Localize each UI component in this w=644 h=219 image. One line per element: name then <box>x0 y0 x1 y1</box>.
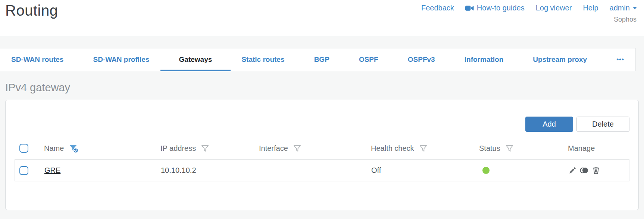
feedback-link[interactable]: Feedback <box>421 4 454 12</box>
status-dot <box>482 167 490 174</box>
top-nav: Feedback How-to guides Log viewer Help a… <box>421 4 637 12</box>
tab-bgp[interactable]: BGP <box>313 48 331 71</box>
tab-bar: SD-WAN routes SD-WAN profiles Gateways S… <box>0 48 636 71</box>
tab-overflow-menu[interactable]: ••• <box>615 48 626 71</box>
tab-ospf[interactable]: OSPF <box>357 48 380 71</box>
feedback-link-label: Feedback <box>421 4 454 12</box>
delete-icon[interactable] <box>592 166 600 175</box>
section-title: IPv4 gateway <box>5 82 639 94</box>
toolbar: Add Delete <box>15 100 629 132</box>
table-row: GRE 10.10.10.2 Off <box>15 160 629 181</box>
tab-static-routes[interactable]: Static routes <box>240 48 286 71</box>
help-label: Help <box>583 4 598 12</box>
filter-icon-status[interactable] <box>505 144 514 153</box>
help-link[interactable]: Help <box>583 4 598 12</box>
ipv4-gateway-panel: Add Delete Name IP address <box>5 100 639 210</box>
brand-label: Sophos <box>614 16 637 23</box>
column-header-status: Status <box>479 144 500 153</box>
content-area: IPv4 gateway Add Delete Name <box>0 82 644 210</box>
page-header: Routing Feedback How-to guides Log viewe… <box>0 0 644 36</box>
column-header-interface: Interface <box>259 144 288 153</box>
user-menu[interactable]: admin <box>610 4 637 12</box>
table-header-row: Name IP address Interface <box>15 137 629 159</box>
delete-button[interactable]: Delete <box>576 117 629 132</box>
howto-guides-label: How-to guides <box>477 4 525 12</box>
video-camera-icon <box>465 5 474 11</box>
chevron-down-icon <box>632 6 637 10</box>
column-header-ip-address: IP address <box>160 144 196 153</box>
tab-sd-wan-routes[interactable]: SD-WAN routes <box>10 48 65 71</box>
column-header-health-check: Health check <box>371 144 414 153</box>
filter-icon-interface[interactable] <box>293 144 301 153</box>
howto-guides-link[interactable]: How-to guides <box>465 4 525 12</box>
tab-sd-wan-profiles[interactable]: SD-WAN profiles <box>92 48 151 71</box>
table-body: GRE 10.10.10.2 Off <box>15 159 629 181</box>
tab-information[interactable]: Information <box>463 48 505 71</box>
tab-upstream-proxy[interactable]: Upstream proxy <box>531 48 588 71</box>
health-check-cell: Off <box>371 166 381 175</box>
tab-gateways[interactable]: Gateways <box>178 48 214 71</box>
filter-icon-name-active[interactable] <box>69 143 78 153</box>
filter-icon-ip-address[interactable] <box>201 144 209 153</box>
add-button[interactable]: Add <box>525 117 573 132</box>
log-viewer-label: Log viewer <box>536 4 572 12</box>
column-header-name: Name <box>44 144 64 153</box>
user-menu-label: admin <box>610 4 630 12</box>
ip-address-cell: 10.10.10.2 <box>161 166 196 175</box>
log-viewer-link[interactable]: Log viewer <box>536 4 572 12</box>
tab-ospfv3[interactable]: OSPFv3 <box>406 48 437 71</box>
column-header-manage: Manage <box>568 144 595 153</box>
row-checkbox[interactable] <box>19 166 28 175</box>
edit-icon[interactable] <box>568 166 577 175</box>
gateway-name-link[interactable]: GRE <box>44 166 60 175</box>
filter-icon-health-check[interactable] <box>419 144 428 153</box>
select-all-checkbox[interactable] <box>19 144 28 153</box>
clone-icon[interactable] <box>579 166 589 175</box>
